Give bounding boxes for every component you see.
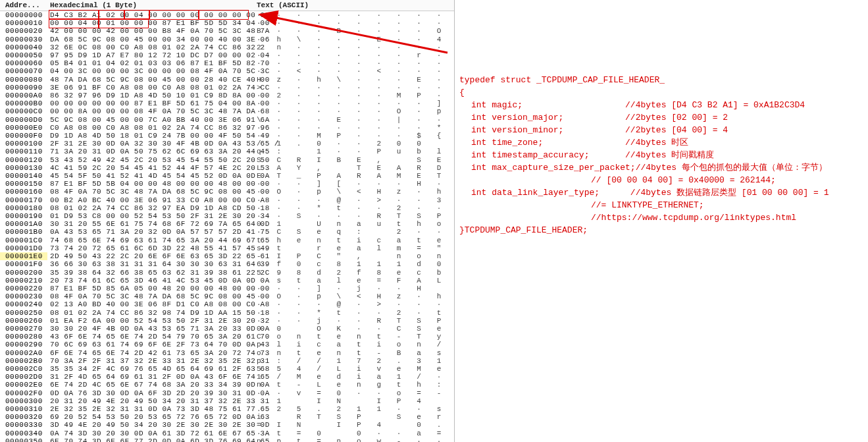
hex-row[interactable]: 000001E02D 49 50 43 22 2C 20 6E 6F 6E 63… [0, 252, 454, 260]
address-cell: 000000A0 [0, 92, 47, 99]
address-cell: 000002E0 [0, 381, 47, 389]
hex-row[interactable]: 0000001000 00 04 00 01 00 00 00 87 E1 BF… [0, 19, 454, 27]
hex-row[interactable]: 000000B000 00 00 00 00 00 87 E1 BF 5D 61… [0, 99, 454, 107]
hex-row[interactable]: 0000024002 13 A0 BD 40 00 3E 06 8F D1 C0… [0, 300, 454, 308]
address-cell: 00000010 [0, 19, 47, 27]
code-line: int timestamp_accuracy; //4bytes 时间戳精度 [459, 149, 867, 161]
hex-cell: 35 35 34 2F 4C 69 76 65 4D 65 64 69 61 2… [47, 365, 254, 373]
hex-cell: 30 30 20 4F 4B 0D 0A 43 53 65 71 3A 20 3… [47, 325, 254, 333]
hex-row[interactable]: 0000018008 01 02 2A 74 CC 86 32 97 EA D9… [0, 204, 454, 212]
hex-row[interactable]: 000000C000 00 8A 00 00 00 08 4F 0A 70 5C… [0, 107, 454, 115]
hex-cell: 0A 43 53 65 71 3A 20 32 0D 0A 57 57 57 2… [47, 228, 254, 236]
hex-row[interactable]: 000001B00A 43 53 65 71 3A 20 32 0D 0A 57… [0, 228, 454, 236]
ascii-cell: 0 1 U n a u t h o r i z e d · [254, 220, 454, 228]
ascii-cell: · · S · · · R T S P / 1 . 0 4 [254, 212, 454, 220]
hex-cell: 35 39 38 64 32 66 38 65 63 62 31 39 38 6… [47, 269, 254, 277]
hex-row[interactable]: 0000007004 00 3C 00 00 00 3C 00 00 00 08… [0, 67, 454, 75]
hex-row[interactable]: 0000028043 6F 6E 74 65 6E 74 2D 54 79 70… [0, 333, 454, 341]
hex-row[interactable]: 0000026001 EA F2 6A 00 00 52 54 53 50 2F… [0, 317, 454, 325]
hex-cell: 4C 41 59 2C 20 54 45 41 52 44 4F 57 4E 2… [47, 164, 254, 172]
hex-row[interactable]: 0000014045 54 5F 50 41 52 41 4D 45 54 45… [0, 172, 454, 180]
hex-row[interactable]: 000003400A 74 3D 30 20 30 0D 0A 61 3D 72… [0, 429, 454, 437]
ascii-cell: · · · ] · j · · H · · H · · · [254, 285, 454, 292]
hex-row[interactable]: 0000030020 31 20 49 4E 20 49 50 34 20 31… [0, 397, 454, 405]
hex-cell: 70 3A 2F 2F 31 37 32 2E 33 31 2E 32 35 2… [47, 357, 254, 365]
hex-cell: 00 B2 A0 BC 40 00 3E 06 91 33 C0 A8 00 0… [47, 196, 254, 204]
address-cell: 00000050 [0, 51, 47, 59]
address-cell: 00000210 [0, 277, 47, 285]
hex-row[interactable]: 000001C074 68 65 6E 74 69 63 61 74 65 3A… [0, 236, 454, 244]
ascii-cell: H z · h \ · · · E · · ( @ · @ · [254, 76, 454, 84]
hex-row[interactable]: 0000002042 00 00 00 42 00 00 00 B8 4F 0A… [0, 27, 454, 35]
hex-row[interactable]: 000001A030 31 20 55 6E 61 75 74 68 6F 72… [0, 220, 454, 228]
hex-row[interactable]: 0000012053 43 52 49 42 45 2C 20 53 45 54… [0, 156, 454, 164]
hex-cell: 31 2F 4D 65 64 69 61 31 2F 0D 0A 43 6F 6… [47, 373, 254, 381]
address-cell: 000000B0 [0, 99, 47, 107]
hex-cell: 5C 9C 08 00 45 00 00 7C A0 BB 40 00 3E 0… [47, 116, 254, 124]
ascii-cell: B · · · B · · · · O · p \ < H z [254, 27, 454, 35]
hex-row[interactable]: 000002B070 3A 2F 2F 31 37 32 2E 33 31 2E… [0, 357, 454, 365]
address-cell: 00000130 [0, 164, 47, 172]
ascii-cell: 2 n · · · · · · · · * t · · 2 · [254, 43, 454, 51]
ascii-cell: i R T S P S e r v e r · · c [254, 413, 454, 421]
hex-row[interactable]: 0000032069 20 52 54 53 50 20 53 65 72 76… [0, 413, 454, 421]
address-cell: 000001F0 [0, 260, 47, 268]
hex-cell: D9 1D A8 4D 50 18 01 C9 24 7B 00 00 4F 5… [47, 132, 254, 140]
ascii-cell: · · < · · · < · · · · O · p \ < [254, 67, 454, 75]
hex-row[interactable]: 000001304C 41 59 2C 20 54 45 41 52 44 4F… [0, 164, 454, 172]
hex-row[interactable]: 00000030DA 68 5C 9C 08 00 45 00 00 34 00… [0, 36, 454, 43]
hex-row[interactable]: 000001F036 66 30 63 38 31 31 31 64 30 30… [0, 260, 454, 268]
hex-row[interactable]: 0000017000 B2 A0 BC 40 00 3E 06 91 33 C0… [0, 196, 454, 204]
hex-row[interactable]: 0000011071 3A 20 31 0D 0A 50 75 62 6C 69… [0, 148, 454, 155]
hex-row[interactable]: 000003102E 32 35 2E 32 31 31 0D 0A 73 3D… [0, 405, 454, 413]
hex-row[interactable]: 000000E0C0 A8 08 00 C0 A8 08 01 02 2A 74… [0, 124, 454, 132]
hex-row[interactable]: 0000004032 6E 0C 08 00 C0 A8 08 01 02 2A… [0, 43, 454, 51]
viewport: Addre... Hexadecimal (1 Byte) Text (ASCI… [0, 0, 868, 442]
hex-row[interactable]: 0000008048 7A DA 68 5C 9C 08 00 45 00 00… [0, 76, 454, 84]
ascii-cell: · · · M P · · · $ { · · O P T I [254, 132, 454, 140]
hex-cell: 0D 0A 76 3D 30 0D 0A 6F 3D 2D 20 39 30 3… [47, 389, 254, 397]
hex-row[interactable]: 000002E06E 74 2D 4C 65 6E 67 74 68 3A 20… [0, 381, 454, 389]
address-cell: 00000120 [0, 156, 47, 164]
address-cell: 00000070 [0, 67, 47, 75]
hex-row[interactable]: 000001002F 31 2E 30 0D 0A 32 30 30 4F 4B… [0, 140, 454, 148]
hex-row[interactable]: 000003506E 70 74 3D 6E 6F 77 2D 0D 0A 6D… [0, 437, 454, 442]
hex-row[interactable]: 0000019001 D9 53 C8 00 00 52 54 53 50 2F… [0, 212, 454, 220]
address-cell: 000001B0 [0, 228, 47, 236]
ascii-cell: n t - L e n g t h : 3 4 9 · · [254, 381, 454, 389]
hex-row[interactable]: 000000F0D9 1D A8 4D 50 18 01 C9 24 7B 00… [0, 132, 454, 140]
hex-row[interactable]: 0000025008 01 02 2A 74 CC 86 32 98 74 D9… [0, 309, 454, 317]
hex-row[interactable]: 000003303D 49 4E 20 49 50 34 20 30 2E 30… [0, 421, 454, 429]
address-cell: 00000350 [0, 437, 47, 442]
hex-row[interactable]: 000000903E 06 91 BF C0 A8 08 00 C0 A8 08… [0, 84, 454, 92]
hex-row[interactable]: 0000029070 6C 69 63 61 74 69 6F 6E 2F 73… [0, 341, 454, 348]
ascii-cell: p : / / 1 7 2 . 3 1 . 2 5 . 2 1 [254, 357, 454, 365]
hex-row[interactable]: 000001D073 74 20 72 65 61 6C 6D 3D 22 48… [0, 244, 454, 252]
hex-row[interactable]: 0000016008 4F 0A 70 5C 3C 48 7A DA 68 5C… [0, 188, 454, 196]
hex-row[interactable]: 000002A06F 6E 74 65 6E 74 2D 42 61 73 65… [0, 349, 454, 357]
ascii-cell: o n t e n t - B a s e : r t s [254, 349, 454, 357]
hex-row[interactable]: 0000020035 39 38 64 32 66 38 65 63 62 31… [0, 269, 454, 277]
ascii-cell: · · · j · · R T S P / 1 . 0 2 [254, 317, 454, 325]
hex-row[interactable]: 0000023008 4F 0A 70 5C 3C 48 7A DA 68 5C… [0, 292, 454, 300]
address-cell: 00000320 [0, 413, 47, 421]
ascii-cell: · · · * t · · 2 · t · · · · P · [254, 309, 454, 317]
hex-row[interactable]: 0000021020 73 74 61 6C 65 3D 46 41 4C 53… [0, 277, 454, 285]
hex-cell: 02 13 A0 BD 40 00 3E 06 8F D1 C0 A8 08 0… [47, 300, 254, 308]
header-hex: Hexadecimal (1 Byte) [47, 1, 254, 9]
hex-row[interactable]: 000000D05C 9C 08 00 45 00 00 7C A0 BB 40… [0, 116, 454, 124]
hex-row[interactable]: 000002F00D 0A 76 3D 30 0D 0A 6F 3D 2D 20… [0, 389, 454, 397]
ascii-cell: . 2 5 . 2 1 1 · · s = H u a w e [254, 405, 454, 413]
hex-row[interactable]: 000002D031 2F 4D 65 64 69 61 31 2F 0D 0A… [0, 373, 454, 381]
hex-row[interactable]: 0000015087 E1 BF 5D 5B 04 00 00 48 00 00… [0, 180, 454, 188]
hex-row[interactable]: 0000006005 B4 01 01 04 02 01 03 03 06 87… [0, 59, 454, 67]
hex-row[interactable]: 00000000D4 C3 B2 A1 02 00 04 00 00 00 00… [0, 11, 454, 19]
address-cell: 00000060 [0, 59, 47, 67]
hex-row[interactable]: 0000022087 E1 BF 5D 85 6A 05 00 48 20 00… [0, 285, 454, 292]
hex-row[interactable]: 000000A086 32 97 96 D9 1D A8 4D 50 10 01… [0, 92, 454, 99]
ascii-cell: - I P C " , n o n c e = " e a [254, 252, 454, 260]
hex-row[interactable]: 000002C035 35 34 2F 4C 69 76 65 4D 65 64… [0, 365, 454, 373]
hex-row[interactable]: 0000027030 30 20 4F 4B 0D 0A 43 53 65 71… [0, 325, 454, 333]
hex-cell: 70 6C 69 63 61 74 69 6F 6E 2F 73 64 70 0… [47, 341, 254, 348]
hex-row[interactable]: 0000005097 95 D9 1D A7 E7 80 12 72 10 DC… [0, 51, 454, 59]
